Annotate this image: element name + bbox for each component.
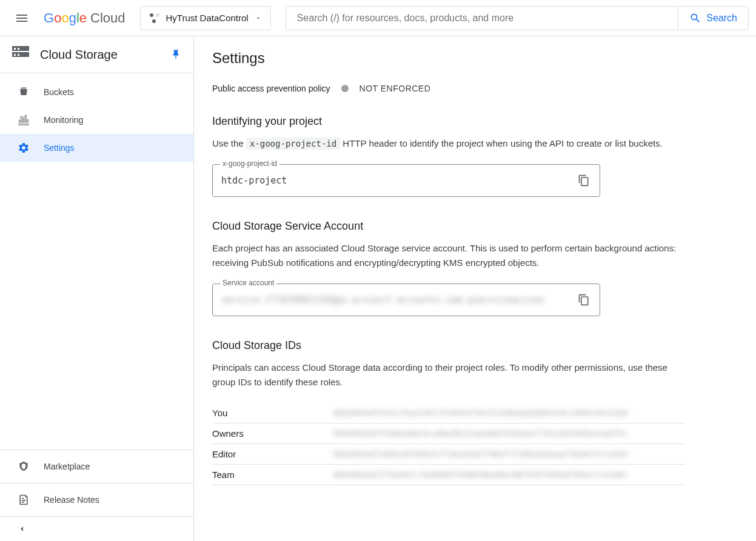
logo-suffix: Cloud — [90, 10, 125, 26]
main-content: Settings Public access prevention policy… — [194, 36, 756, 541]
id-cell: 00b4903a9727beb67c7ba80d0fd3065dbed9e186… — [333, 465, 685, 485]
policy-label: Public access prevention policy — [212, 84, 330, 93]
role-cell: Editor — [212, 444, 333, 465]
sidebar-item-label: Settings — [44, 143, 75, 153]
gcp-logo[interactable]: Google Cloud — [44, 10, 125, 26]
section-service-account: Cloud Storage Service Account Each proje… — [212, 220, 685, 316]
copy-icon — [578, 294, 590, 306]
page-title: Settings — [212, 50, 738, 67]
section-heading: Cloud Storage Service Account — [212, 220, 685, 233]
copy-button[interactable] — [577, 293, 591, 307]
table-row: Team 00b4903a9727beb67c7ba80d0fd3065dbed… — [212, 465, 685, 485]
sidebar-item-label: Release Notes — [44, 495, 99, 505]
project-selector[interactable]: HyTrust DataControl — [140, 6, 271, 30]
project-id-field: x-goog-project-id htdc-project — [212, 164, 600, 197]
copy-button[interactable] — [577, 173, 591, 188]
search-bar: Search — [286, 6, 749, 30]
sidebar-item-settings[interactable]: Settings — [0, 134, 193, 162]
ids-table: You 08b4903a97414c7baa145275265e5fde1313… — [212, 403, 685, 485]
sidebar-title: Cloud Storage — [40, 48, 159, 62]
table-row: Editor 00b4903a97e891287998347f16a3da077… — [212, 444, 685, 465]
search-button-label: Search — [706, 13, 737, 24]
chevron-down-icon — [255, 15, 262, 22]
section-description: Principals can access Cloud Storage data… — [212, 360, 685, 390]
policy-status: NOT ENFORCED — [360, 84, 431, 93]
sidebar-item-release-notes[interactable]: Release Notes — [0, 483, 193, 517]
cloud-storage-icon — [12, 46, 29, 63]
sidebar-item-label: Monitoring — [44, 115, 83, 125]
role-cell: You — [212, 403, 333, 423]
role-cell: Team — [212, 465, 333, 485]
policy-row: Public access prevention policy NOT ENFO… — [212, 84, 738, 93]
field-label: Service account — [220, 279, 276, 287]
sidebar-item-label: Marketplace — [44, 462, 90, 471]
section-heading: Cloud Storage IDs — [212, 339, 685, 352]
notes-icon — [17, 493, 30, 506]
project-id-value: htdc-project — [221, 175, 577, 186]
sidebar-item-label: Buckets — [44, 87, 74, 97]
bucket-icon — [17, 85, 30, 99]
sidebar-item-monitoring[interactable]: Monitoring — [0, 106, 193, 134]
status-dot-icon — [341, 85, 349, 92]
role-cell: Owners — [212, 423, 333, 444]
service-account-field: Service account service-271839881145@gs-… — [212, 284, 600, 316]
search-button[interactable]: Search — [678, 7, 748, 30]
menu-icon[interactable] — [7, 4, 36, 33]
section-heading: Identifying your project — [212, 115, 685, 128]
chevron-left-icon — [17, 524, 27, 534]
section-description: Each project has an associated Cloud Sto… — [212, 241, 685, 270]
sidebar: Cloud Storage Buckets Monitoring — [0, 36, 194, 541]
sidebar-item-buckets[interactable]: Buckets — [0, 78, 193, 106]
copy-icon — [578, 174, 590, 187]
service-account-value: service-271839881145@gs-project-accounts… — [221, 294, 577, 305]
pin-icon[interactable] — [170, 49, 181, 60]
sidebar-item-marketplace[interactable]: Marketplace — [0, 450, 193, 483]
marketplace-icon — [17, 460, 30, 473]
table-row: You 08b4903a97414c7baa145275265e5fde1313… — [212, 403, 685, 423]
section-description: Use the x-goog-project-id HTTP header to… — [212, 136, 685, 151]
collapse-sidebar-button[interactable] — [0, 517, 193, 541]
monitoring-icon — [17, 113, 30, 127]
code-chip: x-goog-project-id — [246, 138, 340, 150]
project-icon — [149, 13, 160, 24]
table-row: Owners 00b4903a97764bebdb24ca9ba9b322aba… — [212, 423, 685, 444]
gear-icon — [17, 141, 30, 154]
search-icon — [689, 12, 701, 24]
id-cell: 00b4903a97e891287998347f16a3da0779b4f773… — [333, 444, 685, 465]
search-input[interactable] — [286, 13, 678, 24]
id-cell: 08b4903a97414c7baa145275265e5fde1313d9e0… — [333, 403, 685, 423]
id-cell: 00b4903a97764bebdb24ca9ba9b322ababb3156d… — [333, 423, 685, 444]
section-storage-ids: Cloud Storage IDs Principals can access … — [212, 339, 685, 485]
project-name: HyTrust DataControl — [166, 13, 249, 23]
section-identify: Identifying your project Use the x-goog-… — [212, 115, 685, 197]
field-label: x-goog-project-id — [220, 159, 279, 168]
